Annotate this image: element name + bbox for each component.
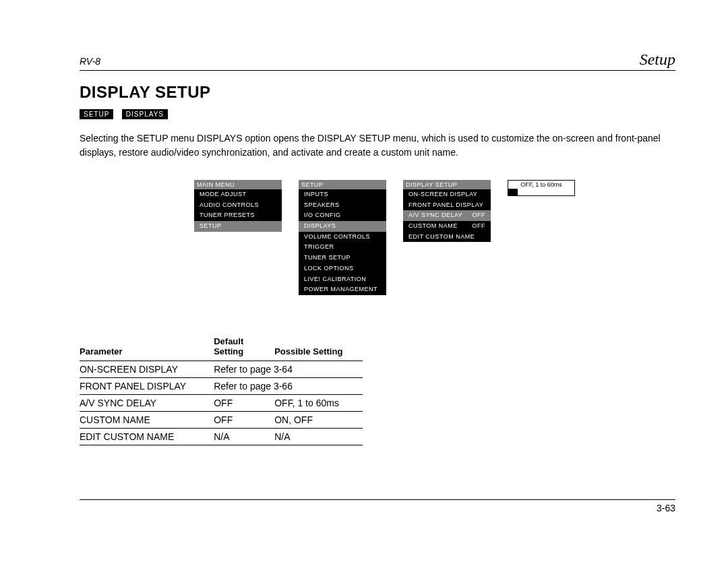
page-number: 3-63 <box>657 503 675 513</box>
cell-default: Refer to page 3-66 <box>214 377 363 394</box>
cell-default: OFF <box>214 394 274 411</box>
menu-item: INPUTS <box>299 189 386 200</box>
cell-param: A/V SYNC DELAY <box>80 394 214 411</box>
slider-box: OFF, 1 to 60ms <box>508 180 575 196</box>
menu-item: LOCK OPTIONS <box>299 263 386 274</box>
menu-item: EDIT CUSTOM NAME <box>403 232 491 243</box>
col-default: DefaultSetting <box>214 332 274 361</box>
display-setup-title: DISPLAY SETUP <box>403 180 491 189</box>
menu-item: FRONT PANEL DISPLAY <box>403 200 491 211</box>
menu-screenshots: MAIN MENU MODE ADJUSTAUDIO CONTROLSTUNER… <box>194 180 675 295</box>
cell-default: N/A <box>214 428 274 445</box>
display-setup-menu-box: DISPLAY SETUP ON-SCREEN DISPLAYFRONT PAN… <box>403 180 491 242</box>
page-footer: 3-63 <box>80 499 675 513</box>
breadcrumb: SETUP DISPLAYS <box>80 107 675 119</box>
page-header: RV-8 Setup <box>80 51 675 71</box>
cell-param: ON-SCREEN DISPLAY <box>80 361 214 377</box>
section-title: Setup <box>640 51 675 69</box>
menu-item: VOLUME CONTROLS <box>299 232 386 243</box>
cell-param: CUSTOM NAME <box>80 411 214 428</box>
main-menu-box: MAIN MENU MODE ADJUSTAUDIO CONTROLSTUNER… <box>194 180 282 232</box>
col-possible: Possible Setting <box>274 332 363 361</box>
menu-item: DISPLAYS <box>299 221 386 232</box>
table-row: ON-SCREEN DISPLAYRefer to page 3-64 <box>80 361 363 377</box>
cell-possible: N/A <box>274 428 363 445</box>
menu-item: SETUP <box>194 221 282 232</box>
cell-param: FRONT PANEL DISPLAY <box>80 377 214 394</box>
setup-menu-title: SETUP <box>299 180 386 189</box>
col-parameter: Parameter <box>80 332 214 361</box>
table-row: EDIT CUSTOM NAMEN/AN/A <box>80 428 363 445</box>
cell-possible: OFF, 1 to 60ms <box>274 394 363 411</box>
menu-item: POWER MANAGEMENT <box>299 284 386 295</box>
menu-item: SPEAKERS <box>299 200 386 211</box>
table-row: FRONT PANEL DISPLAYRefer to page 3-66 <box>80 377 363 394</box>
breadcrumb-displays: DISPLAYS <box>122 109 168 119</box>
model-label: RV-8 <box>80 56 100 67</box>
slider-track <box>508 189 574 195</box>
setup-menu-box: SETUP INPUTSSPEAKERSI/O CONFIGDISPLAYSVO… <box>299 180 386 295</box>
slider-fill <box>508 189 518 195</box>
menu-item: LIVE! CALIBRATION <box>299 274 386 285</box>
parameter-table: Parameter DefaultSetting Possible Settin… <box>80 332 363 445</box>
table-row: CUSTOM NAMEOFFON, OFF <box>80 411 363 428</box>
menu-item: TUNER PRESETS <box>194 210 282 221</box>
menu-item: I/O CONFIG <box>299 210 386 221</box>
table-row: A/V SYNC DELAYOFFOFF, 1 to 60ms <box>80 394 363 411</box>
menu-item: TUNER SETUP <box>299 253 386 263</box>
menu-item: MODE ADJUST <box>194 189 282 200</box>
breadcrumb-setup: SETUP <box>80 109 113 119</box>
menu-item: AUDIO CONTROLS <box>194 200 282 211</box>
menu-item: A/V SYNC DELAYOFF <box>403 210 491 221</box>
slider-label: OFF, 1 to 60ms <box>508 181 574 189</box>
description-text: Selecting the SETUP menu DISPLAYS option… <box>80 131 675 160</box>
menu-item: ON-SCREEN DISPLAY <box>403 189 491 200</box>
cell-param: EDIT CUSTOM NAME <box>80 428 214 445</box>
cell-possible: ON, OFF <box>274 411 363 428</box>
page-heading: DISPLAY SETUP <box>80 83 675 102</box>
main-menu-title: MAIN MENU <box>194 180 282 189</box>
cell-default: Refer to page 3-64 <box>214 361 363 377</box>
menu-item: CUSTOM NAMEOFF <box>403 221 491 232</box>
cell-default: OFF <box>214 411 274 428</box>
menu-item: TRIGGER <box>299 242 386 253</box>
